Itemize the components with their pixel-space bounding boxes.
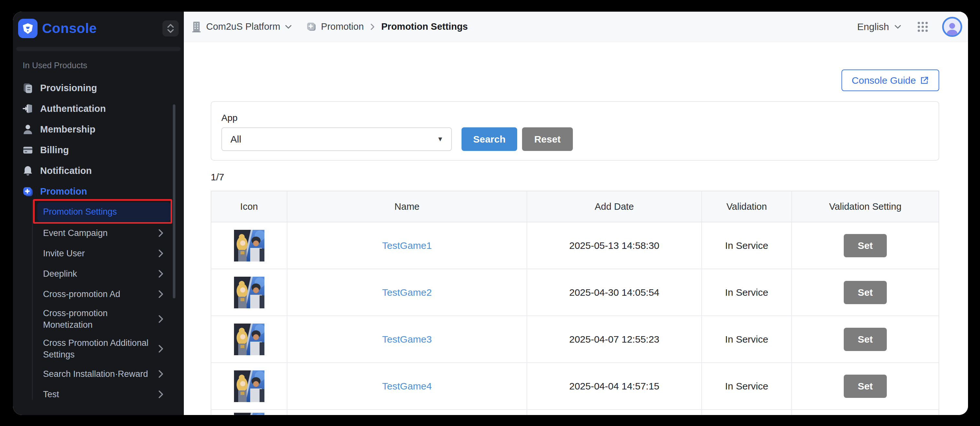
console-logo[interactable]: [18, 19, 38, 38]
game-name-link[interactable]: TestGame4: [382, 381, 432, 392]
promotion-submenu: Promotion Settings Event Campaign Invite…: [13, 202, 184, 404]
filter-card: App All ▼ Search Reset: [211, 101, 939, 161]
sidebar-section-label: In Used Products: [23, 62, 184, 68]
breadcrumb: Com2uS Platform Promotion: [191, 21, 468, 33]
validation-cell: In Service: [702, 363, 791, 409]
submenu-indent-line: [32, 200, 33, 400]
game-icon-image: [234, 277, 264, 308]
sidebar-subitem-test[interactable]: Test: [13, 384, 184, 404]
table-row: TestGame4 2025-04-04 14:57:15 In Service…: [212, 363, 939, 410]
column-header-name: Name: [287, 192, 527, 222]
set-button[interactable]: Set: [844, 281, 887, 304]
add-date-cell: 2025-04-30 14:05:54: [527, 269, 702, 315]
game-name-link[interactable]: TestGame3: [382, 334, 432, 345]
authentication-login-icon: [22, 103, 33, 114]
chevron-right-icon: [158, 228, 164, 238]
chevron-down-icon: [894, 25, 901, 29]
game-name-link[interactable]: TestGame2: [382, 287, 432, 298]
pagination-label: 1/7: [211, 172, 939, 182]
chevron-right-icon: [158, 390, 164, 399]
sidebar-subitem-search-installation-reward[interactable]: Search Installation·Reward: [13, 364, 184, 384]
sidebar-item-billing[interactable]: Billing: [13, 139, 184, 160]
sidebar-item-label: Promotion: [40, 186, 87, 197]
validation-cell: In Service: [702, 316, 791, 362]
subitem-label: Test: [43, 388, 59, 400]
billing-card-icon: [22, 144, 33, 156]
sidebar-item-label: Provisioning: [40, 83, 97, 93]
sidebar-item-notification[interactable]: Notification: [13, 160, 184, 181]
sidebar-subitem-invite-user[interactable]: Invite User: [13, 243, 184, 263]
console-wordmark: Console: [42, 21, 162, 36]
app-window: Console In Used Products: [13, 12, 968, 415]
sidebar-item-promotion[interactable]: Promotion: [13, 181, 184, 202]
chevron-right-icon: [158, 249, 164, 258]
notification-bell-icon: [22, 165, 33, 176]
breadcrumb-page: Promotion Settings: [381, 21, 468, 32]
chevron-right-icon: [158, 269, 164, 278]
breadcrumb-product: Com2uS Platform: [206, 21, 280, 32]
user-avatar[interactable]: [942, 17, 962, 37]
promotion-badge-icon: [306, 22, 317, 32]
sidebar-item-label: Billing: [40, 145, 69, 155]
sidebar-item-label: Membership: [40, 124, 95, 135]
set-button[interactable]: Set: [844, 375, 887, 398]
validation-cell: In Service: [702, 269, 791, 315]
language-label: English: [858, 21, 889, 32]
sidebar-menu: Provisioning Authentication: [13, 78, 184, 202]
subitem-label: Cross-promotion Monetization: [43, 307, 155, 331]
game-icon-image: [234, 230, 264, 261]
sidebar-item-membership[interactable]: Membership: [13, 119, 184, 139]
table-header-row: Icon Name Add Date Validation Validation…: [212, 192, 939, 222]
shield-icon: [21, 22, 34, 35]
sidebar-subitem-cross-promotion-additional-settings[interactable]: Cross Promotion Additional Settings: [13, 334, 184, 364]
console-guide-button[interactable]: Console Guide: [842, 70, 939, 91]
chevron-right-icon: [158, 315, 164, 323]
breadcrumb-section[interactable]: Promotion: [321, 21, 364, 32]
set-button[interactable]: Set: [844, 328, 887, 351]
subitem-label: Promotion Settings: [43, 207, 117, 217]
column-header-validation-setting: Validation Setting: [791, 192, 939, 222]
game-icon-image: [234, 413, 264, 415]
sidebar-logo-row: Console: [13, 12, 184, 38]
sidebar-subitem-event-campaign[interactable]: Event Campaign: [13, 223, 184, 243]
game-name-link[interactable]: TestGame1: [382, 240, 432, 251]
console-guide-label: Console Guide: [852, 75, 916, 86]
sidebar-subitem-deeplink[interactable]: Deeplink: [13, 263, 184, 284]
app-select[interactable]: All ▼: [221, 127, 452, 151]
topbar: Com2uS Platform Promotion: [184, 12, 968, 42]
table-row: TestGame1 2025-05-13 14:58:30 In Service…: [212, 222, 939, 269]
main-area: Com2uS Platform Promotion: [184, 12, 968, 415]
dropdown-caret-icon: ▼: [437, 135, 443, 143]
subitem-label: Search Installation·Reward: [43, 368, 148, 380]
sidebar-subitem-promotion-settings[interactable]: Promotion Settings: [37, 202, 170, 222]
sidebar-collapse-button[interactable]: [162, 21, 179, 36]
sidebar-item-authentication[interactable]: Authentication: [13, 98, 184, 119]
promotion-plus-icon: [22, 185, 33, 197]
language-selector[interactable]: English: [858, 21, 901, 32]
apps-grid-button[interactable]: [916, 21, 929, 33]
promotion-table: Icon Name Add Date Validation Validation…: [211, 191, 939, 415]
set-button[interactable]: Set: [844, 234, 887, 257]
sidebar-scrollbar[interactable]: [173, 105, 175, 298]
sidebar-item-label: Notification: [40, 165, 92, 176]
table-row: TestGame3 2025-04-07 12:55:23 In Service…: [212, 316, 939, 363]
org-selector[interactable]: Com2uS Platform: [191, 21, 292, 33]
sidebar-subitem-cross-promotion-ad[interactable]: Cross-promotion Ad: [13, 284, 184, 304]
subitem-label: Invite User: [43, 248, 85, 259]
sidebar-item-provisioning[interactable]: Provisioning: [13, 78, 184, 98]
search-button[interactable]: Search: [461, 127, 517, 151]
reset-button[interactable]: Reset: [522, 127, 573, 151]
subitem-label: Deeplink: [43, 268, 77, 280]
provisioning-docs-icon: [22, 82, 33, 94]
add-date-cell: 2025-04-07 12:55:23: [527, 316, 702, 362]
subitem-label: Cross-promotion Ad: [43, 288, 120, 300]
app-label: App: [221, 114, 926, 122]
add-date-cell: 2025-04-04 14:57:15: [527, 363, 702, 409]
sidebar-item-label: Authentication: [40, 103, 106, 114]
subitem-label: Event Campaign: [43, 227, 108, 239]
content-area: Console Guide App All ▼: [184, 42, 968, 415]
membership-person-icon: [22, 124, 33, 135]
chevron-right-icon: [158, 344, 164, 353]
apps-grid-icon: [916, 21, 929, 33]
sidebar-subitem-cross-promotion-monetization[interactable]: Cross-promotion Monetization: [13, 304, 184, 334]
